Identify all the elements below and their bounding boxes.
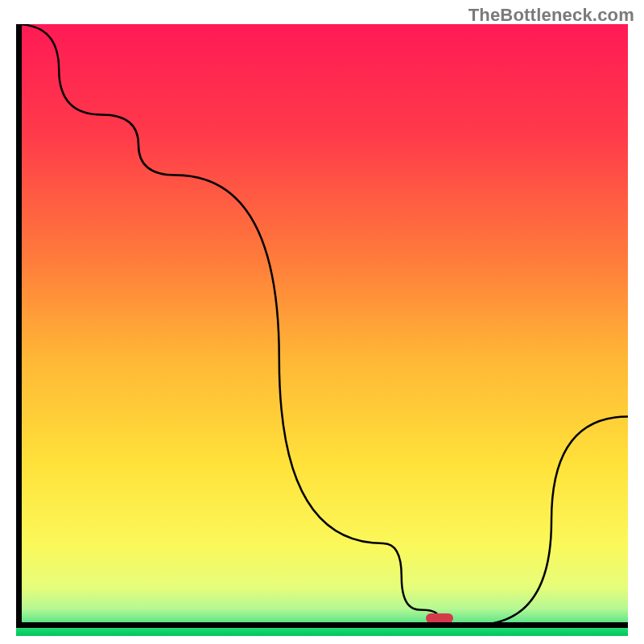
x-axis [16,622,628,628]
watermark-text: TheBottleneck.com [469,5,634,26]
y-axis [16,24,22,628]
bottleneck-chart: TheBottleneck.com [0,0,644,644]
plot-area [16,24,628,628]
bottleneck-curve [16,24,628,628]
